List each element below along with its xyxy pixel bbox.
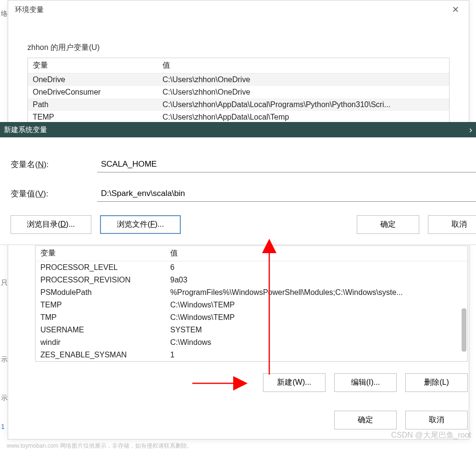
browse-directory-button[interactable]: 浏览目录(D)...	[11, 215, 91, 234]
table-row[interactable]: OneDriveC:\Users\zhhon\OneDrive	[28, 73, 449, 86]
dialog-titlebar: 环境变量 ✕	[8, 0, 469, 19]
var-value-label: 变量值(V):	[11, 188, 97, 199]
new-system-var-button[interactable]: 新建(W)...	[263, 373, 326, 392]
edit-system-var-button[interactable]: 编辑(I)...	[334, 373, 397, 392]
col-header-value[interactable]: 值	[158, 58, 449, 73]
table-row[interactable]: ZES_ENABLE_SYSMAN1	[36, 349, 467, 361]
user-vars-label: zhhon 的用户变量(U)	[8, 19, 469, 58]
watermark-text: CSDN @大尾巴鱼_root	[391, 430, 472, 440]
table-row[interactable]: PROCESSOR_LEVEL6	[36, 261, 467, 274]
table-row[interactable]: PSModulePath%ProgramFiles%\WindowsPowerS…	[36, 286, 467, 299]
dialog-title: 环境变量	[15, 5, 44, 14]
var-value-input[interactable]	[97, 186, 476, 202]
cancel-button[interactable]: 取消	[405, 411, 468, 429]
user-vars-table[interactable]: 变量 值 OneDriveC:\Users\zhhon\OneDrive One…	[27, 58, 450, 124]
var-name-input[interactable]	[97, 157, 476, 172]
new-system-var-titlebar: 新建系统变量 ›	[0, 122, 476, 137]
table-row[interactable]: TEMPC:\Windows\TEMP	[36, 299, 467, 311]
system-vars-table[interactable]: 变量 值 PROCESSOR_LEVEL6 PROCESSOR_REVISION…	[35, 245, 468, 362]
new-system-var-dialog: 变量名(N): 变量值(V): 浏览目录(D)... 浏览文件(F)... 确定…	[0, 137, 476, 245]
dialog-footer: 确定 取消	[35, 411, 468, 429]
col-header-variable[interactable]: 变量	[36, 246, 165, 261]
chevron-right-icon[interactable]: ›	[469, 125, 472, 135]
modal-ok-button[interactable]: 确定	[357, 215, 419, 234]
ok-button[interactable]: 确定	[334, 411, 397, 429]
table-row[interactable]: PROCESSOR_REVISION9a03	[36, 274, 467, 286]
browse-file-button[interactable]: 浏览文件(F)...	[100, 215, 181, 234]
table-row[interactable]: PathC:\Users\zhhon\AppData\Local\Program…	[28, 98, 449, 111]
table-row[interactable]: USERNAMESYSTEM	[36, 324, 467, 336]
modal-title: 新建系统变量	[4, 125, 47, 134]
col-header-value[interactable]: 值	[165, 246, 467, 261]
delete-system-var-button[interactable]: 删除(L)	[405, 373, 468, 392]
scrollbar-thumb[interactable]	[462, 308, 466, 352]
modal-cancel-button[interactable]: 取消	[428, 215, 476, 234]
var-name-label: 变量名(N):	[11, 159, 97, 170]
footnote-text: www.toymoban.com 网络图片仅供展示，非存储，如有侵权请联系删除。	[7, 442, 193, 450]
table-row[interactable]: OneDriveConsumerC:\Users\zhhon\OneDrive	[28, 86, 449, 98]
table-row[interactable]: TMPC:\Windows\TEMP	[36, 311, 467, 324]
system-vars-buttons: 新建(W)... 编辑(I)... 删除(L)	[35, 373, 468, 392]
table-row[interactable]: windirC:\Windows	[36, 336, 467, 349]
close-icon[interactable]: ✕	[449, 3, 462, 16]
col-header-variable[interactable]: 变量	[28, 58, 158, 73]
